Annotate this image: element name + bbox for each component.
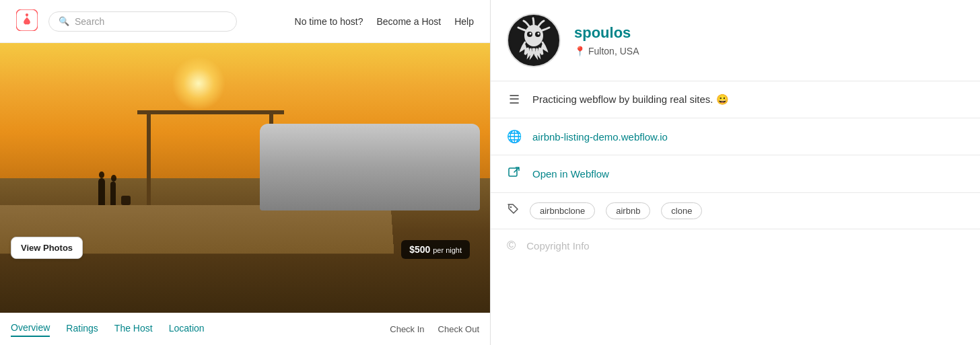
location-pin-icon: 📍 [574, 46, 586, 56]
left-panel: 🔍 Search No time to host? Become a Host … [0, 0, 490, 345]
nav-no-time[interactable]: No time to host? [295, 16, 363, 27]
globe-icon: 🌐 [507, 129, 522, 144]
avatar [507, 13, 561, 67]
check-in-label: Check In [390, 324, 424, 334]
copyright-icon: © [507, 239, 516, 253]
profile-location-text: Fulton, USA [588, 46, 639, 56]
hero-image-container: View Photos $500 per night [0, 43, 490, 313]
check-out-label: Check Out [438, 324, 479, 334]
nav-help[interactable]: Help [454, 16, 474, 27]
tag-airbnbclone[interactable]: airbnbclone [530, 202, 595, 219]
price-badge: $500 per night [401, 240, 470, 259]
sun [172, 56, 225, 110]
person2 [110, 182, 116, 205]
website-link[interactable]: airbnb-listing-demo.webflow.io [532, 131, 668, 143]
external-link-icon [507, 166, 522, 182]
tab-ratings[interactable]: Ratings [66, 323, 98, 336]
webflow-row: Open in Webflow [491, 155, 980, 193]
check-in-out: Check In Check Out [390, 324, 479, 334]
person1 [98, 178, 105, 205]
trailer [260, 124, 481, 210]
right-panel: spoulos 📍 Fulton, USA ☰ Practicing webfl… [490, 0, 980, 345]
people-silhouette [98, 178, 131, 205]
per-night-label: per night [433, 246, 462, 254]
search-placeholder: Search [75, 16, 104, 27]
view-photos-button[interactable]: View Photos [11, 237, 83, 259]
tag-clone[interactable]: clone [661, 202, 702, 219]
svg-point-5 [530, 33, 532, 35]
bio-row: ☰ Practicing webflow by building real si… [491, 81, 980, 118]
tab-location[interactable]: Location [169, 323, 205, 336]
copyright-row: © Copyright Info [491, 229, 980, 262]
tag-icon [507, 203, 519, 219]
navbar: 🔍 Search No time to host? Become a Host … [0, 0, 490, 43]
nav-become-host[interactable]: Become a Host [376, 16, 441, 27]
nav-links: No time to host? Become a Host Help [295, 16, 474, 27]
svg-point-6 [538, 33, 540, 35]
profile-info: spoulos 📍 Fulton, USA [574, 24, 639, 56]
bottom-tabs: Overview Ratings The Host Location Check… [0, 313, 490, 345]
copyright-text: Copyright Info [526, 240, 589, 252]
bio-icon: ☰ [507, 92, 522, 107]
tag-airbnb[interactable]: airbnb [606, 202, 650, 219]
webflow-link[interactable]: Open in Webflow [532, 168, 609, 180]
svg-point-8 [510, 206, 512, 208]
profile-name: spoulos [574, 24, 639, 42]
svg-rect-7 [509, 168, 517, 176]
svg-point-2 [524, 25, 543, 46]
search-icon: 🔍 [59, 16, 69, 26]
website-row: 🌐 airbnb-listing-demo.webflow.io [491, 118, 980, 155]
tags-row: airbnbclone airbnb clone [491, 193, 980, 229]
tab-the-host[interactable]: The Host [114, 323, 153, 336]
search-bar[interactable]: 🔍 Search [48, 11, 237, 32]
profile-location: 📍 Fulton, USA [574, 46, 639, 56]
post-left [147, 110, 151, 204]
hero-image [0, 43, 490, 313]
beam [137, 110, 284, 114]
airbnb-logo[interactable] [16, 9, 38, 34]
dog [121, 196, 131, 205]
scene [0, 43, 490, 313]
bio-text: Practicing webflow by building real site… [532, 93, 729, 106]
tab-overview[interactable]: Overview [11, 322, 50, 337]
profile-header: spoulos 📍 Fulton, USA [491, 0, 980, 81]
price-amount: $500 [409, 244, 430, 255]
